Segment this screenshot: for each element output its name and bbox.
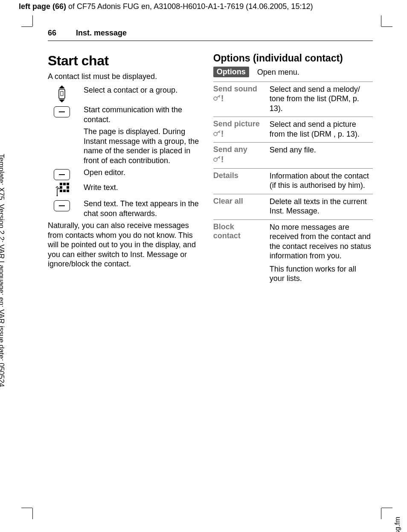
instruction-text: Open editor. (84, 168, 201, 180)
svg-rect-9 (60, 190, 62, 192)
start-chat-title: Start chat (48, 52, 201, 69)
option-row: Block contactNo more messages are receiv… (213, 220, 373, 287)
start-chat-footer: Naturally, you can also receive messages… (48, 221, 201, 269)
softkey-icon (54, 169, 70, 180)
instruction-row: Select a contact or a group. (48, 85, 201, 102)
option-desc: Send any file. (270, 145, 373, 164)
instruction-row: Send text. The text appears in the chat … (48, 199, 201, 218)
instruction-text: Send text. The text appears in the chat … (84, 199, 201, 218)
svg-marker-0 (59, 85, 65, 88)
instruction-icon-cell (48, 199, 76, 218)
option-row: Clear allDelete all texts in the current… (213, 194, 373, 220)
svg-point-13 (214, 97, 217, 100)
option-name: Send picture ! (213, 120, 264, 139)
svg-rect-5 (63, 183, 66, 185)
instruction-icon-cell (48, 85, 76, 102)
drm-icon: ! (213, 94, 224, 104)
option-name: Send sound! (213, 85, 264, 114)
doc-header-rest: of CF75 Adonis FUG en, A31008-H6010-A1-1… (66, 2, 313, 11)
open-menu-text: Open menu. (257, 67, 299, 77)
scroll-icon (48, 85, 76, 102)
svg-rect-10 (63, 190, 66, 192)
instruction-text: The page is displayed. During Instant me… (84, 127, 201, 165)
instruction-row: Open editor. (48, 168, 201, 180)
instruction-text: Select a contact or a group. (84, 85, 201, 102)
instruction-row: Start communication with the contact. (48, 105, 201, 124)
instruction-icon-cell (48, 183, 76, 196)
instruction-text: Start communication with the contact. (84, 105, 201, 124)
svg-rect-1 (59, 89, 65, 99)
keypad-icon (48, 183, 76, 196)
svg-point-15 (214, 158, 217, 161)
svg-rect-7 (60, 186, 62, 189)
option-name: Block contact (213, 222, 264, 284)
option-desc: Select and send a melody/ tone from the … (270, 85, 373, 114)
options-open: Options Open menu. (213, 67, 373, 77)
drm-icon: ! (213, 130, 224, 139)
option-name: Clear all (213, 197, 264, 216)
softkey-icon (54, 200, 70, 211)
drm-icon: ! (213, 155, 224, 165)
option-name: Details (213, 171, 264, 190)
option-row: Send picture !Select and send a picture … (213, 117, 373, 143)
svg-point-14 (214, 132, 217, 136)
running-head: 66 Inst. message (48, 28, 373, 41)
doc-header: left page (66) of CF75 Adonis FUG en, A3… (19, 2, 402, 12)
options-heading: Options (individual contact) (213, 52, 373, 64)
source-path: © Siemens AG 2004, E:\Auftrag\Siemens\Mo… (393, 517, 402, 532)
page-number: 66 (48, 28, 56, 38)
instruction-row: The page is displayed. During Instant me… (48, 127, 201, 165)
page-root: left page (66) of CF75 Adonis FUG en, A3… (0, 0, 407, 532)
options-table: Send sound!Select and send a melody/ ton… (213, 82, 373, 287)
option-desc: Delete all texts in the current Inst. Me… (270, 197, 373, 216)
svg-rect-2 (61, 91, 63, 96)
instruction-icon-cell (48, 127, 76, 165)
start-chat-intro: A contact list must be displayed. (48, 72, 201, 82)
doc-header-left: left page (66) (19, 2, 66, 11)
option-row: DetailsInformation about the contact (if… (213, 169, 373, 194)
option-desc: Information about the contact (if this i… (270, 171, 373, 190)
svg-point-12 (57, 195, 58, 196)
template-info: Template: X75, Version 2.2; VAR Language… (0, 154, 6, 387)
instruction-icon-cell (48, 105, 76, 124)
svg-rect-6 (67, 183, 69, 185)
svg-marker-3 (59, 99, 65, 102)
section-name: Inst. message (76, 28, 127, 38)
instruction-icon-cell (48, 168, 76, 180)
instruction-text: Write text. (84, 183, 201, 196)
svg-rect-8 (67, 186, 69, 189)
option-desc: Select and send a picture from the list … (270, 120, 373, 139)
left-column: Start chat A contact list must be displa… (48, 52, 201, 287)
softkey-icon (54, 106, 70, 117)
right-column: Options (individual contact) Options Ope… (213, 52, 373, 287)
instruction-row: Write text. (48, 183, 201, 196)
option-row: Send sound!Select and send a melody/ ton… (213, 82, 373, 117)
svg-rect-11 (67, 190, 69, 192)
content-area: 66 Inst. message Start chat A contact li… (32, 15, 381, 519)
option-name: Send any! (213, 145, 264, 164)
option-row: Send any!Send any file. (213, 143, 373, 168)
option-desc: No more messages are received from the c… (270, 222, 373, 284)
options-softkey[interactable]: Options (213, 67, 249, 77)
svg-rect-4 (60, 183, 62, 185)
